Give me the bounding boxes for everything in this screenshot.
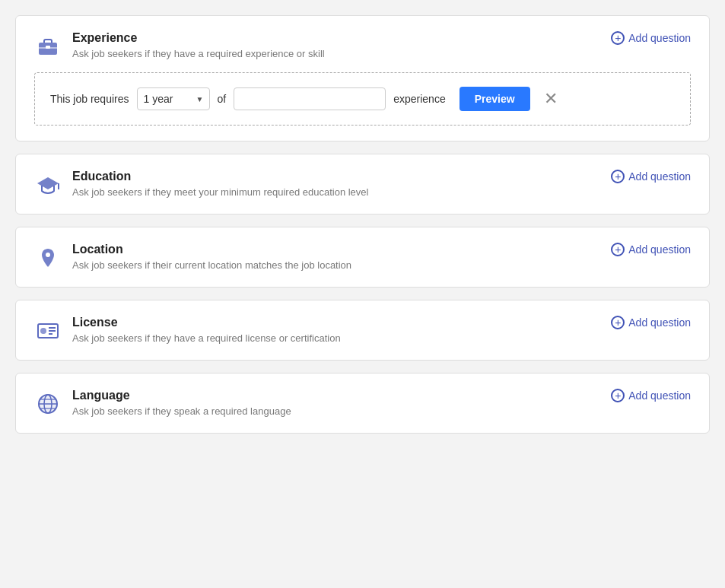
svg-point-5: [46, 253, 50, 257]
education-card-left: Education Ask job seekers if they meet y…: [34, 170, 368, 199]
education-add-question-label: Add question: [628, 170, 691, 183]
location-card-left: Location Ask job seekers if their curren…: [34, 243, 351, 272]
experience-add-question-label: Add question: [628, 32, 691, 44]
language-card-left: Language Ask job seekers if they speak a…: [34, 389, 291, 418]
experience-card: Experience Ask job seekers if they have …: [15, 15, 710, 141]
skill-input[interactable]: [234, 87, 386, 110]
svg-point-7: [40, 328, 46, 334]
language-card: Language Ask job seekers if they speak a…: [15, 373, 710, 434]
globe-icon: [34, 390, 62, 418]
education-title: Education: [72, 170, 368, 183]
language-add-question-button[interactable]: + Add question: [611, 389, 691, 402]
experience-title: Experience: [72, 31, 325, 45]
language-title: Language: [72, 389, 291, 402]
experience-form-prefix: This job requires: [50, 93, 129, 105]
education-card-header: Education Ask job seekers if they meet y…: [34, 170, 691, 199]
experience-form-area: This job requires 1 year 2 years 3 years…: [34, 72, 691, 126]
education-card: Education Ask job seekers if they meet y…: [15, 154, 710, 215]
graduation-icon: [34, 171, 62, 199]
experience-form-of: of: [218, 93, 227, 105]
location-title: Location: [72, 243, 351, 256]
license-card-left: License Ask job seekers if they have a r…: [34, 316, 341, 345]
license-card-header: License Ask job seekers if they have a r…: [34, 316, 691, 345]
briefcase-icon: [34, 33, 62, 60]
experience-plus-circle-icon: +: [611, 31, 625, 45]
license-title: License: [72, 316, 341, 329]
education-card-text: Education Ask job seekers if they meet y…: [72, 170, 368, 198]
location-plus-circle-icon: +: [611, 243, 625, 256]
license-card: License Ask job seekers if they have a r…: [15, 300, 710, 361]
license-plus-circle-icon: +: [611, 316, 625, 329]
license-icon: [34, 317, 62, 345]
experience-card-text: Experience Ask job seekers if they have …: [72, 31, 325, 59]
svg-rect-2: [46, 46, 50, 49]
location-add-question-label: Add question: [628, 243, 691, 256]
language-card-text: Language Ask job seekers if they speak a…: [72, 389, 291, 417]
location-add-question-button[interactable]: + Add question: [611, 243, 691, 256]
license-add-question-label: Add question: [628, 316, 691, 329]
language-add-question-label: Add question: [628, 389, 691, 402]
experience-add-question-button[interactable]: + Add question: [611, 31, 691, 45]
experience-card-left: Experience Ask job seekers if they have …: [34, 31, 325, 60]
experience-form-suffix: experience: [393, 93, 446, 105]
language-card-header: Language Ask job seekers if they speak a…: [34, 389, 691, 418]
experience-card-header: Experience Ask job seekers if they have …: [34, 31, 691, 60]
education-add-question-button[interactable]: + Add question: [611, 170, 691, 183]
location-card: Location Ask job seekers if their curren…: [15, 227, 710, 288]
pin-icon: [34, 244, 62, 272]
year-select-wrapper[interactable]: 1 year 2 years 3 years 4 years 5 years 6…: [137, 87, 210, 110]
language-description: Ask job seekers if they speak a required…: [72, 405, 291, 417]
experience-description: Ask job seekers if they have a required …: [72, 48, 325, 59]
education-plus-circle-icon: +: [611, 170, 625, 183]
svg-marker-3: [37, 177, 59, 189]
year-select[interactable]: 1 year 2 years 3 years 4 years 5 years 6…: [137, 87, 210, 110]
preview-button[interactable]: Preview: [459, 87, 530, 111]
education-description: Ask job seekers if they meet your minimu…: [72, 186, 368, 198]
license-add-question-button[interactable]: + Add question: [611, 316, 691, 329]
license-description: Ask job seekers if they have a required …: [72, 332, 341, 344]
license-card-text: License Ask job seekers if they have a r…: [72, 316, 341, 344]
location-card-header: Location Ask job seekers if their curren…: [34, 243, 691, 272]
location-description: Ask job seekers if their current locatio…: [72, 259, 351, 271]
close-button[interactable]: ✕: [541, 91, 561, 107]
location-card-text: Location Ask job seekers if their curren…: [72, 243, 351, 271]
svg-point-16: [39, 395, 57, 413]
language-plus-circle-icon: +: [611, 389, 625, 402]
